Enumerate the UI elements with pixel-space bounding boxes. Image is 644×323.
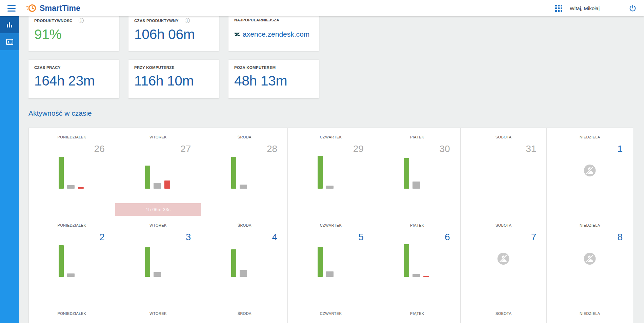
activity-bar-green: [231, 157, 236, 189]
day-name-label: ŚRODA: [201, 128, 287, 139]
no-activity-icon: [497, 252, 510, 266]
day-name-label: PIĄTEK: [374, 216, 460, 227]
activity-bar-green: [404, 244, 409, 277]
calendar-week-row: PONIEDZIAŁEKWTOREKŚRODACZWARTEKPIĄTEKSOB…: [29, 304, 633, 323]
inactivity-banner: 1h 06m 33s: [115, 203, 201, 216]
activity-mini-chart: [59, 157, 84, 189]
day-name-label: SOBOTA: [461, 128, 547, 139]
user-greeting: Witaj, Mikołaj: [570, 5, 600, 11]
logout-power-icon[interactable]: [629, 4, 637, 12]
stat-card-czas-produktywny: CZAS PRODUKTYWNYi106h 06m: [128, 12, 219, 51]
day-name-label: PONIEDZIAŁEK: [29, 128, 115, 139]
stat-card-poza-komputerem: POZA KOMPUTEREM48h 13m: [228, 60, 319, 98]
menu-hamburger-icon[interactable]: [7, 5, 16, 12]
stat-card-label: PRODUKTYWNOŚĆi: [34, 18, 113, 23]
calendar-day-cell[interactable]: ŚRODA: [201, 304, 288, 323]
activity-bar-gray: [412, 182, 420, 189]
day-name-label: PONIEDZIAŁEK: [29, 216, 115, 227]
date-number: 4: [272, 232, 278, 243]
activity-mini-chart: [318, 247, 334, 277]
activity-bar-green: [145, 247, 150, 277]
day-name-label: NIEDZIELA: [547, 304, 633, 316]
stat-card-label: CZAS PRACY: [34, 65, 113, 70]
calendar-day-cell[interactable]: CZWARTEK: [288, 304, 374, 323]
stat-card-value: 91%: [34, 26, 113, 42]
day-name-label: ŚRODA: [201, 216, 287, 227]
app-logo[interactable]: SmartTime: [26, 4, 80, 13]
zendesk-favicon-icon: [234, 32, 240, 37]
day-name-label: PIĄTEK: [374, 128, 460, 139]
calendar-day-cell[interactable]: NIEDZIELA8: [547, 216, 633, 304]
smarttime-logo-icon: [26, 4, 37, 13]
day-name-label: NIEDZIELA: [547, 128, 633, 139]
date-number: 1: [617, 144, 623, 154]
calendar-day-cell[interactable]: CZWARTEK5: [288, 216, 374, 304]
calendar-day-cell[interactable]: NIEDZIELA: [547, 304, 633, 323]
top-bar: SmartTime Witaj, Mikołaj: [0, 0, 644, 16]
day-name-label: NIEDZIELA: [547, 216, 633, 227]
calendar-day-cell[interactable]: ŚRODA28: [201, 128, 288, 216]
calendar-day-cell[interactable]: NIEDZIELA1: [547, 128, 633, 216]
calendar-day-cell[interactable]: SOBOTA7: [461, 216, 547, 304]
calendar-day-cell[interactable]: SOBOTA: [461, 304, 547, 323]
calendar-day-cell[interactable]: PONIEDZIAŁEK2: [29, 216, 115, 304]
day-name-label: CZWARTEK: [288, 304, 374, 316]
bar-chart-icon: [6, 21, 13, 28]
date-number: 6: [445, 232, 450, 243]
activity-bar-gray: [412, 274, 420, 277]
stat-card-value: 106h 06m: [134, 26, 213, 42]
stat-card-value: 48h 13m: [234, 73, 313, 89]
calendar-day-cell[interactable]: SOBOTA31: [461, 128, 547, 216]
stat-card-najpopularniejsza: NAJPOPULARNIEJSZAaxence.zendesk.com: [228, 12, 319, 51]
calendar-day-cell[interactable]: WTOREK: [115, 304, 202, 323]
sidebar-item-employees[interactable]: [0, 33, 19, 50]
date-number: 31: [526, 144, 536, 154]
activity-bar-green: [318, 247, 323, 277]
calendar-day-cell[interactable]: PONIEDZIAŁEK: [29, 304, 115, 323]
day-name-label: ŚRODA: [201, 304, 287, 316]
activity-bar-green: [231, 249, 236, 277]
stat-card-link[interactable]: axence.zendesk.com: [234, 30, 313, 38]
activity-bar-green: [145, 166, 150, 189]
stat-card-produktywność: PRODUKTYWNOŚĆi91%: [28, 12, 119, 51]
day-name-label: WTOREK: [115, 128, 201, 139]
activity-bar-green: [404, 158, 409, 189]
calendar-day-cell[interactable]: PIĄTEK30: [374, 128, 461, 216]
activity-mini-chart: [145, 166, 170, 189]
activity-bar-gray: [240, 185, 247, 189]
calendar-day-cell[interactable]: CZWARTEK29: [288, 128, 374, 216]
calendar-week-row: PONIEDZIAŁEK26WTOREK271h 06m 33sŚRODA28C…: [29, 128, 633, 216]
date-number: 26: [94, 144, 105, 154]
activity-bar-gray: [67, 185, 75, 189]
date-number: 5: [358, 232, 364, 243]
info-icon[interactable]: i: [185, 18, 190, 23]
activity-bar-gray: [240, 270, 247, 277]
day-name-label: CZWARTEK: [288, 216, 374, 227]
day-name-label: WTOREK: [115, 216, 201, 227]
activity-mini-chart: [59, 245, 75, 277]
calendar-day-cell[interactable]: PONIEDZIAŁEK26: [29, 128, 115, 216]
date-number: 3: [186, 232, 191, 243]
apps-grid-icon[interactable]: [555, 5, 562, 12]
activity-mini-chart: [318, 156, 334, 189]
calendar-day-cell[interactable]: PIĄTEK: [374, 304, 461, 323]
date-number: 29: [353, 144, 364, 154]
date-number: 7: [531, 232, 537, 243]
activity-bar-gray: [154, 183, 161, 189]
date-number: 27: [180, 144, 191, 154]
info-icon[interactable]: i: [79, 18, 84, 23]
main-content: PRODUKTYWNOŚĆi91%CZAS PRODUKTYWNYi106h 0…: [19, 16, 644, 323]
activity-mini-chart: [231, 157, 247, 189]
calendar-day-cell[interactable]: PIĄTEK6: [374, 216, 461, 304]
activity-bar-green: [59, 245, 64, 277]
calendar-day-cell[interactable]: ŚRODA4: [201, 216, 288, 304]
day-name-label: PONIEDZIAŁEK: [29, 304, 115, 316]
app-title: SmartTime: [40, 4, 80, 13]
calendar-day-cell[interactable]: WTOREK271h 06m 33s: [115, 128, 202, 216]
activity-bar-gray: [67, 273, 75, 277]
day-name-label: WTOREK: [115, 304, 201, 316]
sidebar-item-statistics[interactable]: [0, 16, 19, 33]
sidebar: [0, 16, 19, 323]
calendar-day-cell[interactable]: WTOREK3: [115, 216, 202, 304]
day-name-label: CZWARTEK: [288, 128, 374, 139]
